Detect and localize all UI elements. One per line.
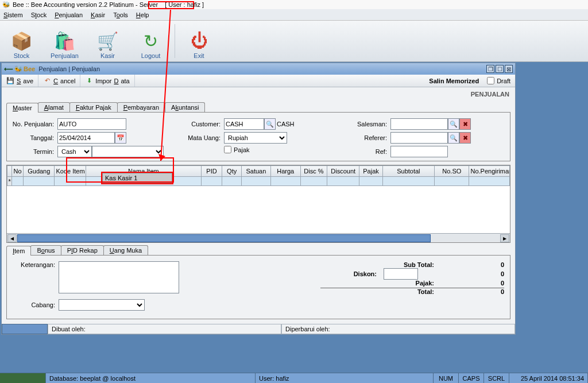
bottom-tabs: Item Bonus PID Rekap Uang Muka xyxy=(6,245,510,256)
col-nopengiriman[interactable]: No.Pengiriman xyxy=(469,166,510,177)
salin-memorized-link[interactable]: Salin Memorized xyxy=(429,78,479,84)
brand: Bee xyxy=(24,65,35,72)
window-title: Penjualan | Penjualan xyxy=(38,65,100,72)
toolbar-stock[interactable]: 📦 Stock xyxy=(0,21,43,61)
back-icon[interactable]: ⟵ xyxy=(4,65,13,73)
ref-input[interactable] xyxy=(390,146,448,157)
scroll-left-icon[interactable]: ◀ xyxy=(7,234,17,242)
toolbar-exit[interactable]: ⏻ Exit xyxy=(177,21,220,61)
status-db: Database: beeplat @ localhost xyxy=(46,373,256,383)
box-icon: 📦 xyxy=(11,30,32,51)
col-kode[interactable]: Kode Item xyxy=(55,166,86,177)
col-discp[interactable]: Disc % xyxy=(300,166,327,177)
draft-label: Draft xyxy=(497,78,510,84)
draft-checkbox[interactable] xyxy=(487,77,494,84)
scroll-right-icon[interactable]: ▶ xyxy=(500,234,509,242)
tab-akuntansi[interactable]: Akuntansi xyxy=(165,102,205,112)
app-title: Bee :: Bee Accounting version 2.2 Platin… xyxy=(13,1,158,8)
tab-item[interactable]: Item xyxy=(6,246,31,256)
win-max-icon[interactable]: ☐ xyxy=(496,65,504,73)
diskon-value: 0 xyxy=(441,270,504,277)
tanggal-input[interactable] xyxy=(57,132,115,144)
no-penjualan-input[interactable] xyxy=(57,118,126,130)
menu-stock[interactable]: Stock xyxy=(31,11,47,18)
col-subtotal[interactable]: Subtotal xyxy=(382,166,435,177)
referer-label: Referer: xyxy=(345,134,390,141)
separator xyxy=(175,24,175,58)
tab-pembayaran[interactable]: Pembayaran xyxy=(117,102,165,112)
mata-uang-select[interactable]: Rupiah xyxy=(224,132,287,144)
menu-help[interactable]: Help xyxy=(136,11,149,18)
customer-input[interactable] xyxy=(224,118,264,130)
cancel-button[interactable]: ↶Cancel xyxy=(38,75,80,87)
tab-uangmuka[interactable]: Uang Muka xyxy=(103,245,148,255)
tab-faktur[interactable]: Faktur Pajak xyxy=(69,102,118,112)
status-scrl: SCRL xyxy=(484,373,509,383)
total-value: 0 xyxy=(441,288,504,295)
form-window: ⟵ 🐝 Bee Penjualan | Penjualan ❐ ☐ ⊠ 💾Sav… xyxy=(1,63,516,335)
logout-icon: ↻ xyxy=(141,30,161,51)
keterangan-label: Keterangan: xyxy=(13,261,59,268)
save-button[interactable]: 💾Save xyxy=(2,75,38,87)
clear-icon[interactable]: ✖ xyxy=(459,132,471,144)
toolbar-kasir[interactable]: 🛒 Kasir xyxy=(86,21,129,61)
calendar-icon[interactable]: 📅 xyxy=(115,132,126,144)
undo-icon: ↶ xyxy=(43,77,51,85)
col-noso[interactable]: No.SO xyxy=(435,166,469,177)
scroll-thumb[interactable] xyxy=(17,234,431,242)
import-icon: ⬇ xyxy=(85,77,93,85)
col-gudang[interactable]: Gudang xyxy=(24,166,55,177)
col-qty[interactable]: Qty xyxy=(222,166,242,177)
diperbarui-label: Diperbarui oleh: xyxy=(281,324,515,334)
search-icon[interactable]: 🔍 xyxy=(448,118,459,130)
subtotal-value: 0 xyxy=(441,261,504,268)
menu-sistem[interactable]: Sistem xyxy=(3,11,23,18)
tab-pidrekap[interactable]: PID Rekap xyxy=(61,245,104,255)
window-header: ⟵ 🐝 Bee Penjualan | Penjualan ❐ ☐ ⊠ xyxy=(2,63,515,75)
pajak-checkbox[interactable] xyxy=(224,146,231,153)
kas-option[interactable]: Kas Kasir 1 xyxy=(102,173,172,183)
pajak-total-label: Pajak: xyxy=(320,280,441,287)
tab-bonus[interactable]: Bonus xyxy=(30,245,61,255)
table-row[interactable]: * xyxy=(7,177,510,186)
menu-kasir[interactable]: Kasir xyxy=(91,11,105,18)
status-num: NUM xyxy=(434,373,459,383)
status-bar: Database: beeplat @ localhost User: hafi… xyxy=(0,373,588,383)
toolbar-penjualan[interactable]: 🛍️ Penjualan xyxy=(43,21,86,61)
cabang-select[interactable] xyxy=(59,299,145,311)
top-tabs: Master Alamat Faktur Pajak Pembayaran Ak… xyxy=(6,102,510,113)
menu-penjualan[interactable]: Penjualan xyxy=(55,11,83,18)
col-satuan[interactable]: Satuan xyxy=(242,166,270,177)
termin-select[interactable]: Cash xyxy=(57,146,92,157)
win-close-icon[interactable]: ⊠ xyxy=(505,65,513,73)
diskon-label: Diskon: xyxy=(320,270,384,277)
referer-input[interactable] xyxy=(390,132,448,144)
keterangan-input[interactable] xyxy=(59,261,179,293)
menu-tools[interactable]: Tools xyxy=(113,11,128,18)
kas-select[interactable] xyxy=(92,146,164,157)
col-harga[interactable]: Harga xyxy=(270,166,300,177)
tab-master[interactable]: Master xyxy=(6,103,38,113)
salesman-input[interactable] xyxy=(390,118,448,130)
dibuat-label: Dibuat oleh: xyxy=(48,324,281,334)
tanggal-label: Tanggal: xyxy=(11,134,57,141)
search-icon[interactable]: 🔍 xyxy=(448,132,459,144)
clear-icon[interactable]: ✖ xyxy=(459,118,471,130)
menu-bar: Sistem Stock Penjualan Kasir Tools Help xyxy=(0,9,588,21)
disk-icon: 💾 xyxy=(6,77,14,85)
col-no[interactable]: No xyxy=(12,166,24,177)
status-user: User: hafiz xyxy=(256,373,434,383)
diskon-input[interactable] xyxy=(384,268,418,280)
total-label: Total: xyxy=(320,288,441,295)
tab-alamat[interactable]: Alamat xyxy=(38,102,70,112)
col-pid[interactable]: PID xyxy=(201,166,222,177)
col-discount[interactable]: Discount xyxy=(327,166,359,177)
impor-button[interactable]: ⬇Impor Data xyxy=(80,75,134,87)
win-restore-icon[interactable]: ❐ xyxy=(486,65,494,73)
item-grid: No Gudang Kode Item Nama Item PID Qty Sa… xyxy=(6,165,510,243)
salesman-label: Salesman: xyxy=(345,121,390,127)
col-pajak2[interactable]: Pajak xyxy=(359,166,382,177)
h-scrollbar[interactable]: ◀ ▶ xyxy=(7,233,510,242)
toolbar-logout[interactable]: ↻ Logout xyxy=(129,21,172,61)
search-icon[interactable]: 🔍 xyxy=(264,118,276,130)
